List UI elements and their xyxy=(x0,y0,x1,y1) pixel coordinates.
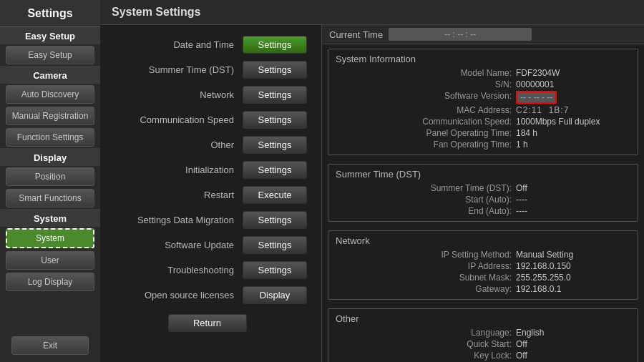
summer-time-title: Summer Time (DST) xyxy=(336,169,630,180)
info-row-language: Language: English xyxy=(336,327,630,338)
settings-button-initialization[interactable]: Settings xyxy=(243,161,307,179)
settings-button-data-migration[interactable]: Settings xyxy=(243,211,307,229)
setting-row-data-migration: Settings Data Migration Settings xyxy=(100,207,321,233)
info-label-quick-start: Quick Start: xyxy=(467,339,516,349)
info-value-software: -- - -- - -- xyxy=(516,91,630,104)
info-value-key-lock: Off xyxy=(516,351,630,361)
info-row-subnet: Subnet Mask: 255.255.255.0 xyxy=(336,272,630,283)
settings-button-troubleshooting[interactable]: Settings xyxy=(243,261,307,279)
current-time-label: Current Time xyxy=(329,29,383,40)
info-row-comm-speed: Communication Speed: 1000Mbps Full duple… xyxy=(336,116,630,127)
setting-label-oss: Open source licenses xyxy=(107,290,243,300)
setting-label-comm-speed: Communication Speed xyxy=(107,114,243,125)
sidebar-item-user[interactable]: User xyxy=(6,251,94,270)
setting-label-software-update: Software Update xyxy=(107,240,243,250)
setting-row-date-time: Date and Time Settings xyxy=(100,32,321,57)
current-time-value: -- : -- : -- xyxy=(389,28,532,41)
setting-label-troubleshooting: Troubleshooting xyxy=(107,265,243,275)
info-row-ip-method: IP Setting Method: Manual Setting xyxy=(336,249,630,260)
setting-row-other: Other Settings xyxy=(100,132,321,157)
info-label-language: Language: xyxy=(471,328,516,338)
setting-label-summer-time: Summer Time (DST) xyxy=(107,64,243,75)
info-row-model: Model Name: FDF2304W xyxy=(336,67,630,79)
sidebar-item-log-display[interactable]: Log Display xyxy=(6,273,94,291)
summer-time-section: Summer Time (DST) Summer Time (DST): Off… xyxy=(328,164,638,222)
info-label-model: Model Name: xyxy=(461,68,516,78)
sidebar-section-system: System xyxy=(0,209,100,227)
setting-label-other: Other xyxy=(107,140,243,150)
system-info-section: System Information Model Name: FDF2304W … xyxy=(328,49,638,155)
info-row-quick-start: Quick Start: Off xyxy=(336,338,630,350)
current-time-bar: Current Time -- : -- : -- xyxy=(322,25,644,44)
sidebar-section-easy-setup: Easy Setup xyxy=(0,26,100,44)
setting-row-software-update: Software Update Settings xyxy=(100,233,321,258)
info-row-software: Software Version: -- - -- - -- xyxy=(336,90,630,104)
sidebar: Settings Easy Setup Easy Setup Camera Au… xyxy=(0,0,100,362)
setting-row-restart: Restart Execute xyxy=(100,182,321,207)
setting-row-oss: Open source licenses Display xyxy=(100,283,321,308)
info-value-ip-method: Manual Setting xyxy=(516,250,630,260)
sidebar-item-auto-discovery[interactable]: Auto Discovery xyxy=(6,85,94,104)
setting-label-restart: Restart xyxy=(107,190,243,200)
info-value-panel-time: 184 h xyxy=(516,128,630,138)
sidebar-section-display: Display xyxy=(0,148,100,166)
info-row-mac: MAC Address: C2:11 1B:7 xyxy=(336,104,630,116)
sidebar-item-easy-setup[interactable]: Easy Setup xyxy=(6,46,94,64)
info-value-dst-status: Off xyxy=(516,183,630,193)
info-row-dst-start: Start (Auto): ---- xyxy=(336,194,630,205)
page-title: System Settings xyxy=(100,0,644,25)
info-label-dst-status: Summer Time (DST): xyxy=(431,183,516,193)
sidebar-item-position[interactable]: Position xyxy=(6,167,94,186)
info-label-key-lock: Key Lock: xyxy=(474,351,516,361)
info-value-comm-speed: 1000Mbps Full duplex xyxy=(516,117,630,127)
return-button[interactable]: Return xyxy=(168,314,247,332)
sidebar-item-smart-functions[interactable]: Smart Functions xyxy=(6,189,94,207)
main-content: System Settings Date and Time Settings S… xyxy=(100,0,644,362)
system-info-title: System Information xyxy=(336,54,630,64)
execute-button-restart[interactable]: Execute xyxy=(243,186,307,204)
info-value-sn: 00000001 xyxy=(516,79,630,89)
info-label-ip-address: IP Address: xyxy=(468,261,516,271)
sidebar-item-function-settings[interactable]: Function Settings xyxy=(6,128,94,147)
setting-row-comm-speed: Communication Speed Settings xyxy=(100,107,321,132)
info-row-key-lock: Key Lock: Off xyxy=(336,350,630,361)
info-value-fan-time: 1 h xyxy=(516,140,630,150)
setting-row-summer-time: Summer Time (DST) Settings xyxy=(100,57,321,82)
settings-list: Date and Time Settings Summer Time (DST)… xyxy=(100,25,322,362)
setting-label-date-time: Date and Time xyxy=(107,39,243,50)
setting-label-network: Network xyxy=(107,89,243,100)
setting-row-initialization: Initialization Settings xyxy=(100,157,321,182)
info-label-gateway: Gateway: xyxy=(475,284,516,294)
settings-button-summer-time[interactable]: Settings xyxy=(243,61,307,79)
info-value-ip-address: 192.168.0.150 xyxy=(516,261,630,271)
settings-button-software-update[interactable]: Settings xyxy=(243,236,307,254)
sidebar-exit-button[interactable]: Exit xyxy=(11,336,89,355)
software-version-badge: -- - -- - -- xyxy=(516,91,557,104)
other-title: Other xyxy=(336,313,630,324)
other-section: Other Language: English Quick Start: Off… xyxy=(328,308,638,362)
info-row-dst-end: End (Auto): ---- xyxy=(336,205,630,217)
settings-button-network[interactable]: Settings xyxy=(243,86,307,104)
setting-row-network: Network Settings xyxy=(100,82,321,107)
info-label-dst-start: Start (Auto): xyxy=(465,195,516,205)
sidebar-title: Settings xyxy=(0,0,100,26)
info-value-mac: C2:11 1B:7 xyxy=(516,105,630,115)
info-label-ip-method: IP Setting Method: xyxy=(441,250,516,260)
info-label-mac: MAC Address: xyxy=(457,105,516,115)
info-row-sn: S/N: 00000001 xyxy=(336,79,630,90)
setting-row-return: Return xyxy=(100,310,321,336)
info-row-dst-status: Summer Time (DST): Off xyxy=(336,182,630,194)
settings-button-comm-speed[interactable]: Settings xyxy=(243,111,307,129)
info-value-language: English xyxy=(516,328,630,338)
sidebar-section-camera: Camera xyxy=(0,66,100,84)
info-value-gateway: 192.168.0.1 xyxy=(516,284,630,294)
settings-button-date-time[interactable]: Settings xyxy=(243,36,307,54)
info-value-dst-end: ---- xyxy=(516,206,630,216)
sidebar-item-manual-registration[interactable]: Manual Registration xyxy=(6,107,94,125)
info-row-ip-address: IP Address: 192.168.0.150 xyxy=(336,260,630,272)
info-row-fan-time: Fan Operating Time: 1 h xyxy=(336,139,630,150)
info-panel: Current Time -- : -- : -- System Informa… xyxy=(322,25,644,362)
sidebar-item-system[interactable]: System xyxy=(6,228,94,248)
settings-button-other[interactable]: Settings xyxy=(243,136,307,154)
display-button-oss[interactable]: Display xyxy=(243,286,307,304)
